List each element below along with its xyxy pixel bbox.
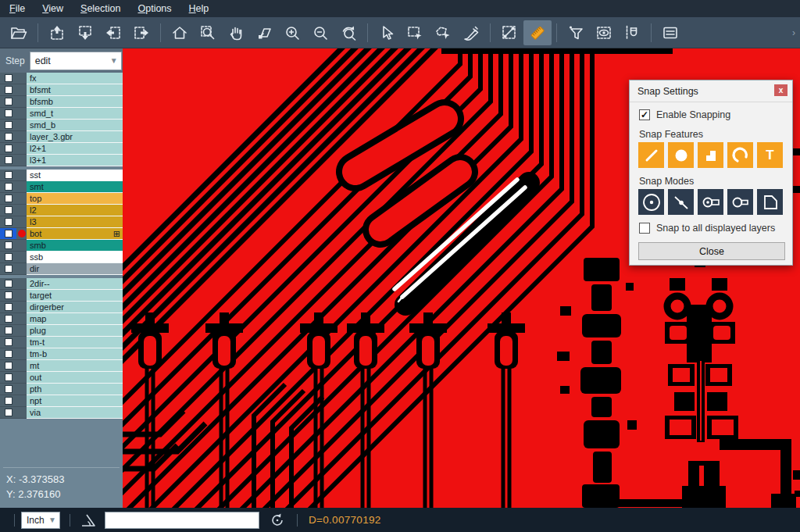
layer-name-cell[interactable]: smt	[27, 181, 123, 193]
layer-name-cell[interactable]: npt	[27, 395, 123, 407]
snap-mode-trace-end-button[interactable]	[727, 189, 753, 215]
layer-name-cell[interactable]: smd_b	[27, 120, 123, 131]
layer-row[interactable]: pth	[0, 384, 123, 395]
layer-visibility-checkbox[interactable]	[0, 290, 16, 302]
snap-feature-text-button[interactable]: T	[757, 142, 783, 168]
snap-feature-arc-button[interactable]	[727, 142, 753, 168]
layer-name-cell[interactable]: dirgerber	[27, 302, 123, 313]
layer-name-cell[interactable]: l2	[27, 205, 123, 216]
layer-visibility-checkbox[interactable]	[0, 216, 16, 228]
layer-row[interactable]: target	[0, 290, 123, 302]
snap-mode-pad-trace-button[interactable]	[698, 189, 723, 215]
snap-mode-contour-button[interactable]	[757, 189, 783, 215]
layer-row[interactable]: smb	[0, 240, 123, 252]
menu-item[interactable]: Options	[138, 3, 171, 14]
layer-row[interactable]: tm-b	[0, 348, 123, 360]
layer-row[interactable]: smt	[0, 181, 123, 193]
layer-visibility-checkbox[interactable]	[0, 348, 16, 360]
layer-visibility-checkbox[interactable]	[0, 240, 16, 252]
layer-row[interactable]: l2+1	[0, 143, 123, 155]
layer-visibility-checkbox[interactable]	[0, 96, 16, 108]
layer-name-cell[interactable]: tm-b	[27, 348, 123, 360]
layer-name-cell[interactable]: sst	[27, 170, 123, 181]
dialog-close-button[interactable]: x	[774, 84, 788, 96]
layer-row[interactable]: dirgerber	[0, 302, 123, 313]
zoom-in-button[interactable]	[278, 20, 306, 45]
layer-name-cell[interactable]: 2dir--	[27, 278, 123, 290]
layer-name-cell[interactable]: top	[27, 193, 123, 205]
layer-name-cell[interactable]: ssb	[27, 252, 123, 263]
pan-hand-button[interactable]	[222, 20, 250, 45]
layer-row[interactable]: ssb	[0, 252, 123, 263]
layers-panel-button[interactable]	[656, 20, 684, 45]
layer-name-cell[interactable]: l3	[27, 216, 123, 228]
measure-distance-button[interactable]	[495, 20, 523, 45]
layer-name-cell[interactable]: dir	[27, 263, 123, 275]
layer-name-cell[interactable]: map	[27, 313, 123, 325]
snap-button[interactable]	[618, 20, 646, 45]
layer-visibility-checkbox[interactable]	[0, 205, 16, 216]
snap-mode-center-button[interactable]	[638, 189, 664, 215]
zoom-out-button[interactable]	[306, 20, 334, 45]
layer-name-cell[interactable]: bfsmt	[27, 84, 123, 96]
layer-row[interactable]: mt	[0, 360, 123, 372]
layer-visibility-checkbox[interactable]	[0, 181, 16, 193]
paint-brush-button[interactable]	[457, 20, 485, 45]
layer-visibility-checkbox[interactable]	[0, 193, 16, 205]
enable-snapping-checkbox[interactable]: ✓	[639, 109, 650, 120]
layer-name-cell[interactable]: fx	[27, 73, 123, 84]
layer-name-cell[interactable]: bot⊞	[27, 228, 123, 240]
layer-row[interactable]: smd_b	[0, 120, 123, 131]
snap-feature-pad-button[interactable]	[668, 142, 694, 168]
snap-feature-line-button[interactable]	[638, 142, 664, 168]
layer-name-cell[interactable]: out	[27, 372, 123, 384]
scroll-left-button[interactable]	[99, 20, 127, 45]
layer-visibility-checkbox[interactable]	[0, 73, 16, 84]
close-button[interactable]: Close	[638, 242, 785, 260]
layer-row[interactable]: bfsmt	[0, 84, 123, 96]
layer-row[interactable]: tm-t	[0, 337, 123, 348]
view-options-button[interactable]	[590, 20, 618, 45]
angle-icon[interactable]	[80, 512, 97, 529]
layer-row[interactable]: bfsmb	[0, 96, 123, 108]
layer-name-cell[interactable]: l2+1	[27, 143, 123, 155]
layer-name-cell[interactable]: l3+1	[27, 155, 123, 166]
layer-name-cell[interactable]: bfsmb	[27, 96, 123, 108]
layer-visibility-checkbox[interactable]	[0, 155, 16, 166]
layer-visibility-checkbox[interactable]	[0, 84, 16, 96]
layer-row[interactable]: npt	[0, 395, 123, 407]
layer-visibility-checkbox[interactable]	[0, 143, 16, 155]
layer-name-cell[interactable]: via	[27, 407, 123, 419]
previous-view-button[interactable]	[334, 20, 362, 45]
layer-name-cell[interactable]: plug	[27, 325, 123, 337]
zoom-drag-button[interactable]	[250, 20, 278, 45]
snap-feature-surface-button[interactable]	[698, 142, 723, 168]
toolbar-overflow-chevron[interactable]: ›	[792, 27, 795, 38]
menu-item[interactable]: Help	[189, 3, 209, 14]
layer-row[interactable]: l2	[0, 205, 123, 216]
layer-visibility-checkbox[interactable]	[0, 384, 16, 395]
layer-visibility-checkbox[interactable]	[0, 170, 16, 181]
layer-name-cell[interactable]: layer_3.gbr	[27, 131, 123, 143]
layer-visibility-checkbox[interactable]	[0, 395, 16, 407]
select-pointer-button[interactable]	[373, 20, 401, 45]
layer-visibility-checkbox[interactable]	[0, 278, 16, 290]
ruler-button[interactable]	[523, 20, 552, 45]
layer-visibility-checkbox[interactable]	[0, 407, 16, 419]
layer-visibility-checkbox[interactable]	[0, 372, 16, 384]
filter-button[interactable]	[562, 20, 590, 45]
layer-visibility-checkbox[interactable]	[0, 313, 16, 325]
unit-select[interactable]: Inch ▼	[21, 512, 60, 529]
open-project-button[interactable]	[5, 20, 33, 45]
layer-row[interactable]: smd_t	[0, 108, 123, 120]
layer-row[interactable]: layer_3.gbr	[0, 131, 123, 143]
layer-row[interactable]: map	[0, 313, 123, 325]
layer-row[interactable]: 2dir--	[0, 278, 123, 290]
scroll-down-button[interactable]	[71, 20, 99, 45]
layer-visibility-checkbox[interactable]	[0, 302, 16, 313]
layer-row[interactable]: via	[0, 407, 123, 419]
layer-visibility-checkbox[interactable]	[0, 337, 16, 348]
layer-row[interactable]: l3	[0, 216, 123, 228]
zoom-window-button[interactable]	[194, 20, 222, 45]
layer-row[interactable]: plug	[0, 325, 123, 337]
